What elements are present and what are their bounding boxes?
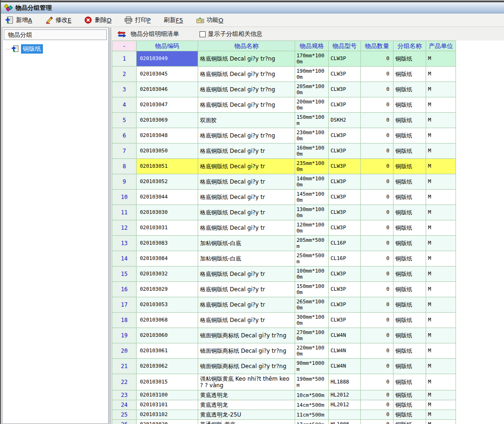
table-row[interactable]: 3020103046格底铜版纸 Decal gi?y tr?ng205mm*10…	[112, 82, 456, 97]
product-unit-cell[interactable]: M	[426, 343, 456, 359]
product-unit-cell[interactable]: M	[426, 174, 456, 190]
item-qty-cell[interactable]: 0	[361, 144, 394, 159]
item-code-cell[interactable]: 020103069	[137, 113, 198, 128]
col-header-item-spec[interactable]: 物品规格	[295, 41, 329, 51]
item-name-cell[interactable]: 格底铜版纸 Decal gi?y tr	[198, 205, 295, 220]
item-name-cell[interactable]: 格底铜版纸 Decal gi?y tr?ng	[198, 51, 295, 67]
product-unit-cell[interactable]: M	[426, 251, 456, 267]
group-name-cell[interactable]: 铜版纸	[394, 82, 426, 97]
item-code-cell[interactable]: 020103100	[137, 390, 198, 400]
product-unit-cell[interactable]: M	[426, 220, 456, 236]
item-code-cell[interactable]: 020103101	[137, 400, 198, 410]
item-qty-cell[interactable]: 0	[361, 359, 394, 374]
row-number-cell[interactable]: 5	[112, 113, 137, 128]
table-row[interactable]: 5020103069双面胶150mm*100mDSKH20铜版纸M	[112, 113, 456, 128]
item-model-cell[interactable]: CLW3P	[329, 282, 361, 297]
item-spec-cell[interactable]: 265mm*1000m	[295, 297, 329, 313]
item-code-cell[interactable]: 020103062	[137, 359, 198, 374]
item-code-cell[interactable]: 020103060	[137, 328, 198, 343]
item-spec-cell[interactable]: 200mm*1000m	[295, 97, 329, 113]
item-name-cell[interactable]: 格底铜版纸 Decal gi?y tr	[198, 159, 295, 174]
item-name-cell[interactable]: 镜面铜版商标纸 Decal gi?y tr?ng	[198, 328, 295, 343]
item-code-cell[interactable]: 020103052	[137, 174, 198, 190]
table-row[interactable]: 21020103062镜面铜版商标纸 Decal gi?y tr?ng90mm*…	[112, 359, 456, 374]
item-spec-cell[interactable]: 160mm*1000m	[295, 144, 329, 159]
group-name-cell[interactable]: 铜版纸	[394, 236, 426, 251]
item-name-cell[interactable]: 镜面铜版商标纸 Decal gi?y tr?ng	[198, 343, 295, 359]
product-unit-cell[interactable]: M	[426, 267, 456, 282]
item-spec-cell[interactable]: 11cm*500m	[295, 410, 329, 420]
item-model-cell[interactable]: CLW3P	[329, 82, 361, 97]
item-spec-cell[interactable]: 220mm*1000m	[295, 343, 329, 359]
table-row[interactable]: 11020103030格底铜版纸 Decal gi?y tr130mm*1000…	[112, 205, 456, 220]
group-name-cell[interactable]: 铜版纸	[394, 251, 426, 267]
item-model-cell[interactable]: CLW3P	[329, 313, 361, 328]
item-qty-cell[interactable]: 0	[361, 343, 394, 359]
group-name-cell[interactable]: 铜版纸	[394, 205, 426, 220]
item-spec-cell[interactable]: 190mm*1000m	[295, 67, 329, 82]
item-name-cell[interactable]: 加粘铜版纸-白底	[198, 236, 295, 251]
new-button[interactable]: 新增A	[6, 16, 32, 24]
item-qty-cell[interactable]: 0	[361, 174, 394, 190]
row-number-cell[interactable]: 7	[112, 144, 137, 159]
table-row[interactable]: 24020103101黄底透明龙14cm*500mHL20120铜版纸M	[112, 400, 456, 410]
row-number-cell[interactable]: 21	[112, 359, 137, 374]
item-name-cell[interactable]: 格底铜版纸 Decal gi?y tr	[198, 313, 295, 328]
table-row[interactable]: 4020103047格底铜版纸 Decal gi?y tr?ng200mm*10…	[112, 97, 456, 113]
product-unit-cell[interactable]: M	[426, 400, 456, 410]
item-qty-cell[interactable]: 0	[361, 190, 394, 205]
table-row[interactable]: 23020103100黄底透明龙10cm*500mHL20120铜版纸M	[112, 390, 456, 400]
item-qty-cell[interactable]: 0	[361, 220, 394, 236]
item-spec-cell[interactable]: 190mm*500m	[295, 374, 329, 390]
item-name-cell[interactable]: 镜面铜版商标纸 Decal gi?y tr?ng	[198, 359, 295, 374]
item-model-cell[interactable]: CLW3P	[329, 220, 361, 236]
item-qty-cell[interactable]: 0	[361, 267, 394, 282]
item-spec-cell[interactable]: 150mm*1000m	[295, 282, 329, 297]
item-model-cell[interactable]: CLW3P	[329, 205, 361, 220]
row-number-cell[interactable]: 1	[112, 51, 137, 67]
print-button[interactable]: 打印P	[124, 16, 151, 24]
item-model-cell[interactable]: CLW3P	[329, 174, 361, 190]
product-unit-cell[interactable]: M	[426, 282, 456, 297]
item-qty-cell[interactable]: 0	[361, 82, 394, 97]
item-model-cell[interactable]: CLW4N	[329, 359, 361, 374]
item-qty-cell[interactable]: 0	[361, 236, 394, 251]
table-row[interactable]: 10020103044格底铜版纸 Decal gi?y tr145mm*1000…	[112, 190, 456, 205]
item-model-cell[interactable]: CLW3P	[329, 128, 361, 144]
item-model-cell[interactable]: CLW3P	[329, 297, 361, 313]
item-model-cell[interactable]	[329, 410, 361, 420]
product-unit-cell[interactable]: M	[426, 51, 456, 67]
item-spec-cell[interactable]: 10cm*500m	[295, 390, 329, 400]
row-number-cell[interactable]: 12	[112, 220, 137, 236]
item-spec-cell[interactable]: 150mm*100m	[295, 113, 329, 128]
item-name-cell[interactable]: 格底铜版纸 Decal gi?y tr?ng	[198, 128, 295, 144]
item-qty-cell[interactable]: 0	[361, 328, 394, 343]
item-model-cell[interactable]: CLW4N	[329, 328, 361, 343]
item-model-cell[interactable]: CLW3P	[329, 190, 361, 205]
table-row[interactable]: 7020103050格底铜版纸 Decal gi?y tr160mm*1000m…	[112, 144, 456, 159]
col-header-group-name[interactable]: 分组名称	[394, 41, 426, 51]
table-row[interactable]: 8020103051格底铜版纸 Decal gi?y tr235mm*1000m…	[112, 159, 456, 174]
item-qty-cell[interactable]: 0	[361, 51, 394, 67]
item-code-cell[interactable]: 020103053	[137, 297, 198, 313]
row-number-cell[interactable]: 8	[112, 159, 137, 174]
item-model-cell[interactable]: HL2012	[329, 400, 361, 410]
item-name-cell[interactable]: 双面胶	[198, 113, 295, 128]
item-spec-cell[interactable]: 205mm*1000m	[295, 82, 329, 97]
table-row[interactable]: 22020103015强粘铜版黄底 Keo nhi?t thêm keo ? ?…	[112, 374, 456, 390]
item-name-cell[interactable]: 格底铜版纸 Decal gi?y tr?ng	[198, 97, 295, 113]
col-header-item-qty[interactable]: 物品数量	[361, 41, 394, 51]
group-name-cell[interactable]: 铜版纸	[394, 343, 426, 359]
row-number-cell[interactable]: 9	[112, 174, 137, 190]
row-number-cell[interactable]: 11	[112, 205, 137, 220]
row-number-cell[interactable]: 23	[112, 390, 137, 400]
item-qty-cell[interactable]: 0	[361, 400, 394, 410]
tree-item-coated-paper[interactable]: 铜版纸	[2, 44, 108, 54]
item-model-cell[interactable]: CLW3P	[329, 159, 361, 174]
item-name-cell[interactable]: 格底铜版纸 Decal gi?y tr?ng	[198, 67, 295, 82]
item-qty-cell[interactable]: 0	[361, 159, 394, 174]
item-spec-cell[interactable]: 130mm*1000m	[295, 205, 329, 220]
product-unit-cell[interactable]: M	[426, 205, 456, 220]
item-code-cell[interactable]: 020103045	[137, 67, 198, 82]
col-header-product-unit[interactable]: 产品单位	[426, 41, 456, 51]
